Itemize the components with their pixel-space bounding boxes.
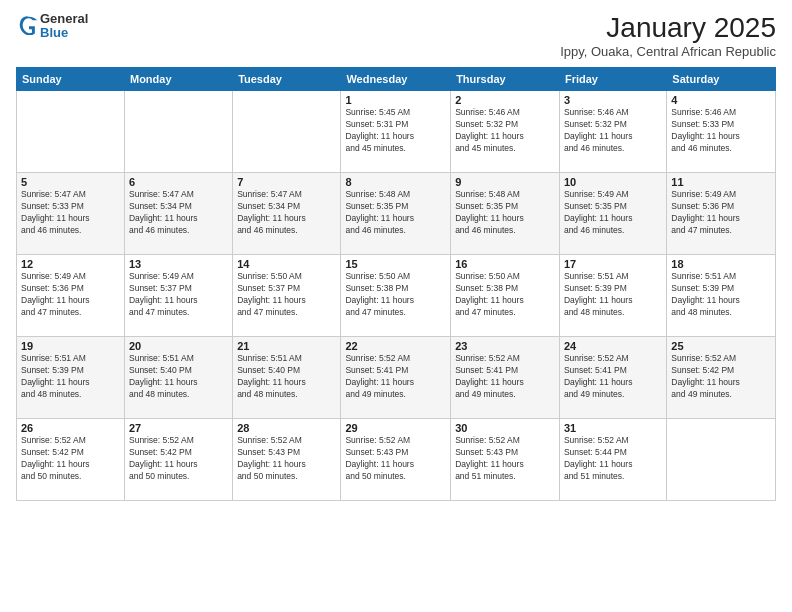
- table-row: 11Sunrise: 5:49 AM Sunset: 5:36 PM Dayli…: [667, 173, 776, 255]
- title-block: January 2025 Ippy, Ouaka, Central Africa…: [560, 12, 776, 59]
- col-thursday: Thursday: [451, 68, 560, 91]
- header: General Blue January 2025 Ippy, Ouaka, C…: [16, 12, 776, 59]
- day-info: Sunrise: 5:51 AM Sunset: 5:40 PM Dayligh…: [129, 353, 228, 401]
- table-row: [667, 419, 776, 501]
- table-row: 13Sunrise: 5:49 AM Sunset: 5:37 PM Dayli…: [124, 255, 232, 337]
- table-row: [233, 91, 341, 173]
- col-saturday: Saturday: [667, 68, 776, 91]
- table-row: 26Sunrise: 5:52 AM Sunset: 5:42 PM Dayli…: [17, 419, 125, 501]
- day-info: Sunrise: 5:52 AM Sunset: 5:42 PM Dayligh…: [671, 353, 771, 401]
- day-number: 16: [455, 258, 555, 270]
- table-row: 12Sunrise: 5:49 AM Sunset: 5:36 PM Dayli…: [17, 255, 125, 337]
- day-info: Sunrise: 5:52 AM Sunset: 5:41 PM Dayligh…: [564, 353, 662, 401]
- day-number: 31: [564, 422, 662, 434]
- calendar-week-row: 1Sunrise: 5:45 AM Sunset: 5:31 PM Daylig…: [17, 91, 776, 173]
- day-number: 9: [455, 176, 555, 188]
- day-info: Sunrise: 5:52 AM Sunset: 5:44 PM Dayligh…: [564, 435, 662, 483]
- logo-general-text: General: [40, 11, 88, 26]
- day-info: Sunrise: 5:48 AM Sunset: 5:35 PM Dayligh…: [455, 189, 555, 237]
- day-number: 13: [129, 258, 228, 270]
- calendar-week-row: 26Sunrise: 5:52 AM Sunset: 5:42 PM Dayli…: [17, 419, 776, 501]
- day-info: Sunrise: 5:46 AM Sunset: 5:32 PM Dayligh…: [455, 107, 555, 155]
- day-number: 6: [129, 176, 228, 188]
- calendar-week-row: 5Sunrise: 5:47 AM Sunset: 5:33 PM Daylig…: [17, 173, 776, 255]
- day-number: 24: [564, 340, 662, 352]
- table-row: 3Sunrise: 5:46 AM Sunset: 5:32 PM Daylig…: [559, 91, 666, 173]
- day-info: Sunrise: 5:47 AM Sunset: 5:34 PM Dayligh…: [237, 189, 336, 237]
- day-info: Sunrise: 5:49 AM Sunset: 5:36 PM Dayligh…: [21, 271, 120, 319]
- table-row: 14Sunrise: 5:50 AM Sunset: 5:37 PM Dayli…: [233, 255, 341, 337]
- day-number: 20: [129, 340, 228, 352]
- logo: General Blue: [16, 12, 88, 41]
- table-row: 31Sunrise: 5:52 AM Sunset: 5:44 PM Dayli…: [559, 419, 666, 501]
- table-row: 18Sunrise: 5:51 AM Sunset: 5:39 PM Dayli…: [667, 255, 776, 337]
- day-info: Sunrise: 5:50 AM Sunset: 5:37 PM Dayligh…: [237, 271, 336, 319]
- location-subtitle: Ippy, Ouaka, Central African Republic: [560, 44, 776, 59]
- day-number: 8: [345, 176, 446, 188]
- day-number: 10: [564, 176, 662, 188]
- day-number: 18: [671, 258, 771, 270]
- table-row: 16Sunrise: 5:50 AM Sunset: 5:38 PM Dayli…: [451, 255, 560, 337]
- day-number: 1: [345, 94, 446, 106]
- table-row: 15Sunrise: 5:50 AM Sunset: 5:38 PM Dayli…: [341, 255, 451, 337]
- day-number: 2: [455, 94, 555, 106]
- day-info: Sunrise: 5:52 AM Sunset: 5:43 PM Dayligh…: [345, 435, 446, 483]
- col-sunday: Sunday: [17, 68, 125, 91]
- table-row: 22Sunrise: 5:52 AM Sunset: 5:41 PM Dayli…: [341, 337, 451, 419]
- day-number: 4: [671, 94, 771, 106]
- table-row: 10Sunrise: 5:49 AM Sunset: 5:35 PM Dayli…: [559, 173, 666, 255]
- day-info: Sunrise: 5:45 AM Sunset: 5:31 PM Dayligh…: [345, 107, 446, 155]
- day-info: Sunrise: 5:52 AM Sunset: 5:41 PM Dayligh…: [345, 353, 446, 401]
- day-number: 12: [21, 258, 120, 270]
- day-number: 5: [21, 176, 120, 188]
- table-row: 8Sunrise: 5:48 AM Sunset: 5:35 PM Daylig…: [341, 173, 451, 255]
- day-number: 22: [345, 340, 446, 352]
- day-number: 21: [237, 340, 336, 352]
- day-number: 14: [237, 258, 336, 270]
- day-number: 29: [345, 422, 446, 434]
- page: General Blue January 2025 Ippy, Ouaka, C…: [0, 0, 792, 612]
- day-info: Sunrise: 5:51 AM Sunset: 5:39 PM Dayligh…: [671, 271, 771, 319]
- day-number: 30: [455, 422, 555, 434]
- table-row: 19Sunrise: 5:51 AM Sunset: 5:39 PM Dayli…: [17, 337, 125, 419]
- day-info: Sunrise: 5:52 AM Sunset: 5:43 PM Dayligh…: [455, 435, 555, 483]
- day-number: 25: [671, 340, 771, 352]
- table-row: 30Sunrise: 5:52 AM Sunset: 5:43 PM Dayli…: [451, 419, 560, 501]
- day-info: Sunrise: 5:52 AM Sunset: 5:41 PM Dayligh…: [455, 353, 555, 401]
- table-row: 23Sunrise: 5:52 AM Sunset: 5:41 PM Dayli…: [451, 337, 560, 419]
- day-info: Sunrise: 5:47 AM Sunset: 5:34 PM Dayligh…: [129, 189, 228, 237]
- month-title: January 2025: [560, 12, 776, 44]
- day-info: Sunrise: 5:50 AM Sunset: 5:38 PM Dayligh…: [345, 271, 446, 319]
- day-info: Sunrise: 5:50 AM Sunset: 5:38 PM Dayligh…: [455, 271, 555, 319]
- table-row: 1Sunrise: 5:45 AM Sunset: 5:31 PM Daylig…: [341, 91, 451, 173]
- day-number: 27: [129, 422, 228, 434]
- day-info: Sunrise: 5:51 AM Sunset: 5:39 PM Dayligh…: [21, 353, 120, 401]
- day-number: 23: [455, 340, 555, 352]
- logo-icon: [18, 13, 40, 35]
- day-number: 3: [564, 94, 662, 106]
- col-wednesday: Wednesday: [341, 68, 451, 91]
- day-number: 7: [237, 176, 336, 188]
- table-row: 17Sunrise: 5:51 AM Sunset: 5:39 PM Dayli…: [559, 255, 666, 337]
- col-tuesday: Tuesday: [233, 68, 341, 91]
- table-row: 27Sunrise: 5:52 AM Sunset: 5:42 PM Dayli…: [124, 419, 232, 501]
- day-number: 26: [21, 422, 120, 434]
- day-info: Sunrise: 5:52 AM Sunset: 5:42 PM Dayligh…: [21, 435, 120, 483]
- day-info: Sunrise: 5:46 AM Sunset: 5:32 PM Dayligh…: [564, 107, 662, 155]
- day-info: Sunrise: 5:49 AM Sunset: 5:37 PM Dayligh…: [129, 271, 228, 319]
- day-info: Sunrise: 5:52 AM Sunset: 5:42 PM Dayligh…: [129, 435, 228, 483]
- table-row: 29Sunrise: 5:52 AM Sunset: 5:43 PM Dayli…: [341, 419, 451, 501]
- table-row: 20Sunrise: 5:51 AM Sunset: 5:40 PM Dayli…: [124, 337, 232, 419]
- logo-blue-text: Blue: [40, 25, 68, 40]
- col-monday: Monday: [124, 68, 232, 91]
- calendar-week-row: 19Sunrise: 5:51 AM Sunset: 5:39 PM Dayli…: [17, 337, 776, 419]
- day-info: Sunrise: 5:52 AM Sunset: 5:43 PM Dayligh…: [237, 435, 336, 483]
- table-row: 21Sunrise: 5:51 AM Sunset: 5:40 PM Dayli…: [233, 337, 341, 419]
- day-number: 11: [671, 176, 771, 188]
- col-friday: Friday: [559, 68, 666, 91]
- table-row: 5Sunrise: 5:47 AM Sunset: 5:33 PM Daylig…: [17, 173, 125, 255]
- day-number: 28: [237, 422, 336, 434]
- day-info: Sunrise: 5:49 AM Sunset: 5:35 PM Dayligh…: [564, 189, 662, 237]
- day-number: 17: [564, 258, 662, 270]
- day-info: Sunrise: 5:51 AM Sunset: 5:40 PM Dayligh…: [237, 353, 336, 401]
